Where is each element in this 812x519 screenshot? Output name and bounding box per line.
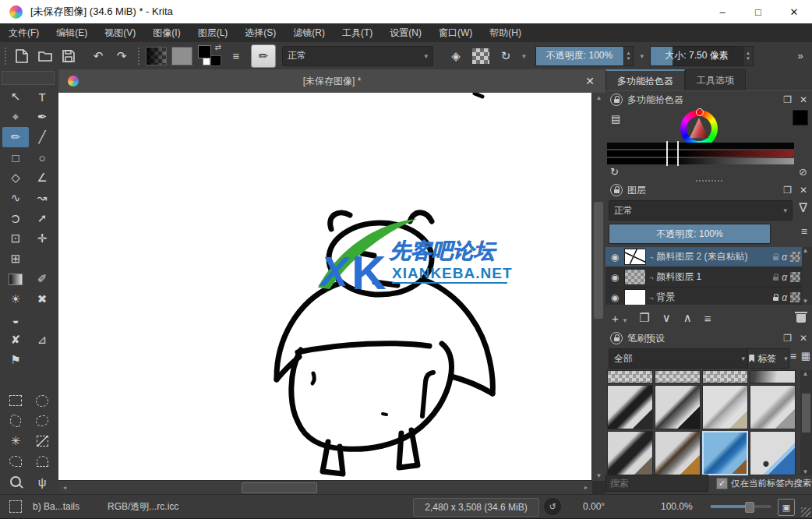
docker-lock-icon[interactable] xyxy=(610,94,623,106)
swap-colors-icon[interactable]: ⇄ xyxy=(215,43,221,51)
scroll-down-icon[interactable]: ▼ xyxy=(592,472,605,479)
document-tab-bar[interactable]: [未保存图像] * ✕ xyxy=(58,69,605,94)
layer-thumbnail[interactable] xyxy=(624,249,646,265)
menu-item-窗口(W)[interactable]: 窗口(W) xyxy=(430,23,481,42)
brush-preset-pen-white[interactable] xyxy=(702,385,748,429)
brush-display-menu-icon[interactable]: ≡ xyxy=(790,350,796,362)
alpha-lock-icon[interactable]: α xyxy=(782,252,787,263)
alpha-lock-icon[interactable]: α xyxy=(782,292,787,303)
horizontal-scroll-thumb[interactable] xyxy=(242,482,317,493)
canvas[interactable]: X K 先客吧论坛 XIANKEBA.NET xyxy=(58,93,592,481)
layer-lock-icon[interactable] xyxy=(773,277,778,281)
close-docker-icon[interactable]: ✕ xyxy=(800,94,807,105)
canvas-rotation-knob[interactable]: ↺ xyxy=(544,498,561,515)
color-triangle[interactable] xyxy=(687,116,711,141)
tool-freehand-select[interactable] xyxy=(29,411,55,431)
float-docker-icon[interactable]: ❐ xyxy=(783,94,792,105)
vertical-scroll-thumb[interactable] xyxy=(594,202,603,319)
tool-color-sampler[interactable]: ✐ xyxy=(29,269,55,289)
canvas-rotation-angle[interactable]: 0.00° xyxy=(583,495,605,518)
tool-move[interactable]: ✛ xyxy=(29,228,55,249)
eraser-mode-button[interactable]: ◈ xyxy=(445,46,467,66)
tool-bezier-curve[interactable]: ∿ xyxy=(2,188,29,208)
tool-polygon-select[interactable] xyxy=(2,411,29,431)
tool-assistants[interactable]: ✘ xyxy=(2,330,29,350)
layer-thumbnail[interactable] xyxy=(624,269,646,285)
layer-name[interactable]: 颜料图层 1 xyxy=(656,270,770,284)
tool-select-shapes[interactable]: ↖ xyxy=(2,86,29,107)
menu-item-图层(L)[interactable]: 图层(L) xyxy=(189,23,237,42)
visibility-eye-icon[interactable]: ◉ xyxy=(609,252,621,263)
tool-rectangle[interactable]: □ xyxy=(2,147,29,168)
layer-lock-icon[interactable] xyxy=(773,297,778,301)
scroll-up-icon[interactable]: ▲ xyxy=(592,94,605,101)
zoom-fit-button[interactable]: ▣ xyxy=(778,499,795,516)
tool-pattern-edit[interactable]: ☀ xyxy=(2,289,29,309)
minimize-button[interactable]: – xyxy=(704,0,740,23)
tag-button[interactable]: 标签 ▾ xyxy=(747,348,789,369)
brush-preset-pen-silver[interactable] xyxy=(750,385,796,429)
brush-details-view-icon[interactable]: ▦ xyxy=(801,350,810,362)
layer-properties-button[interactable]: ≡ xyxy=(704,312,711,325)
canvas-vertical-scrollbar[interactable]: ▲ ▼ xyxy=(591,93,605,481)
spin-down-icon[interactable]: ▼ xyxy=(627,56,631,62)
menu-item-设置(N)[interactable]: 设置(N) xyxy=(381,23,430,42)
statusbar-image-size[interactable]: 2,480 x 3,508 (34.6 MiB) xyxy=(413,498,539,517)
menu-item-编辑(E)[interactable]: 编辑(E) xyxy=(48,23,96,42)
window-resize-grip[interactable] xyxy=(801,507,810,517)
undo-button[interactable]: ↶ xyxy=(87,46,109,66)
save-button[interactable] xyxy=(58,46,79,66)
brush-preset-brush-dark[interactable] xyxy=(607,431,653,475)
background-color-swatch[interactable] xyxy=(210,55,221,66)
visibility-eye-icon[interactable]: ◉ xyxy=(609,292,621,303)
brush-size-spinner[interactable]: ▲ ▼ xyxy=(743,46,754,66)
document-close-icon[interactable]: ✕ xyxy=(585,75,595,87)
color-selector-settings-icon[interactable]: ▤ xyxy=(611,113,620,125)
new-document-button[interactable] xyxy=(11,46,33,66)
toolbar-grip[interactable] xyxy=(136,48,140,65)
tool-dynamic-brush[interactable]: Ɔ xyxy=(2,208,29,228)
tool-pan[interactable]: ψ xyxy=(29,471,55,492)
menu-item-选择(S)[interactable]: 选择(S) xyxy=(236,23,284,42)
no-color-icon[interactable]: ⊘ xyxy=(799,166,807,178)
current-color-swatch[interactable] xyxy=(793,110,808,125)
redo-button[interactable]: ↷ xyxy=(111,46,132,66)
tool-calligraphy[interactable]: ✒ xyxy=(29,107,55,127)
brush-tag-filter-combo[interactable]: 全部 ▾ xyxy=(609,348,750,369)
canvas-horizontal-scrollbar[interactable]: ◂ ▸ xyxy=(58,480,592,494)
toolbox-header[interactable] xyxy=(2,71,55,85)
close-docker-icon[interactable]: ✕ xyxy=(800,185,807,196)
layer-options-menu-icon[interactable]: ≡ xyxy=(801,225,807,238)
spin-up-icon[interactable]: ▲ xyxy=(627,51,631,56)
menu-item-工具(T)[interactable]: 工具(T) xyxy=(334,23,381,42)
preserve-alpha-button[interactable] xyxy=(472,48,489,64)
tool-crop[interactable]: ⊞ xyxy=(2,249,29,269)
tool-contiguous-select[interactable]: ✳ xyxy=(2,431,29,451)
tool-multibrush[interactable]: ➚ xyxy=(29,208,55,228)
menu-item-文件(F)[interactable]: 文件(F) xyxy=(0,23,48,42)
zoom-percentage[interactable]: 100.0% xyxy=(661,495,693,518)
tool-freehand-brush[interactable]: ✏ xyxy=(2,127,29,147)
scroll-right-icon[interactable]: ▸ xyxy=(581,484,591,491)
scroll-up-icon[interactable]: ▲ xyxy=(800,370,811,377)
visibility-eye-icon[interactable]: ◉ xyxy=(609,272,621,283)
spin-up-icon[interactable]: ▲ xyxy=(746,51,750,56)
saturation-bar[interactable] xyxy=(607,150,794,157)
pattern-swatch-button[interactable] xyxy=(171,47,192,65)
brush-preset-eraser-soft[interactable] xyxy=(750,370,796,383)
brush-scroll-thumb[interactable] xyxy=(802,394,810,432)
zoom-slider[interactable] xyxy=(711,495,771,518)
layer-thumbnail[interactable] xyxy=(624,289,646,305)
search-input[interactable] xyxy=(605,475,708,492)
float-docker-icon[interactable]: ❐ xyxy=(783,185,792,196)
brush-preset-eraser[interactable] xyxy=(655,370,701,383)
maximize-button[interactable]: □ xyxy=(740,0,776,23)
spin-down-icon[interactable]: ▼ xyxy=(746,56,750,62)
gradient-swatch-button[interactable] xyxy=(146,47,167,65)
workspace-chooser-button[interactable]: ≡ xyxy=(225,46,247,66)
layer-filter-icon[interactable]: ∇ xyxy=(799,200,807,215)
value-bar[interactable] xyxy=(607,158,794,164)
tool-ellipse-select[interactable] xyxy=(29,390,55,411)
brush-preset-eraser[interactable] xyxy=(702,370,748,383)
reload-preset-button[interactable]: ↻ xyxy=(495,46,517,66)
